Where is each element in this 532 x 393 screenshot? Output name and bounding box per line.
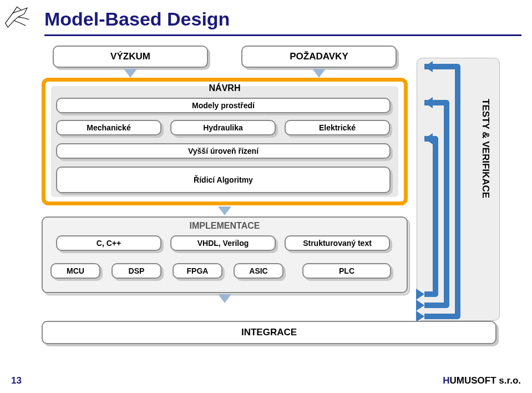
- svg-marker-1: [424, 97, 433, 108]
- title-rule: [44, 34, 521, 36]
- box-pozadavky: POŽADAVKY: [241, 46, 397, 68]
- svg-marker-4: [416, 300, 424, 311]
- svg-marker-5: [416, 289, 424, 300]
- footer-company: HUMUSOFT s.r.o.: [443, 375, 521, 386]
- box-modely: Modely prostředí: [56, 98, 391, 113]
- box-fpga: FPGA: [173, 263, 222, 279]
- page-number: 13: [11, 375, 22, 386]
- box-vyssi-uroven: Vyšší úroveň řízení: [56, 143, 391, 159]
- box-asic: ASIC: [234, 263, 283, 279]
- implementace-title: IMPLEMENTACE: [42, 221, 408, 231]
- diagram: TESTY & VERIFIKACE VÝZKUM POŽADAVKY NÁVR…: [36, 44, 499, 352]
- box-elektricke: Elektrické: [285, 120, 390, 135]
- box-integrace: INTEGRACE: [42, 321, 496, 344]
- svg-marker-2: [424, 133, 433, 144]
- page-title: Model-Based Design: [44, 8, 230, 30]
- box-vhdl: VHDL, Verilog: [170, 235, 276, 251]
- box-plc: PLC: [302, 263, 391, 279]
- box-dsp: DSP: [112, 263, 161, 279]
- arrow-down: [124, 69, 137, 78]
- box-vyzkum: VÝZKUM: [53, 46, 208, 68]
- box-ridici-algoritmy: Řídicí Algoritmy: [56, 167, 391, 193]
- box-mcu: MCU: [50, 263, 100, 279]
- svg-marker-3: [416, 311, 424, 322]
- arrow-down: [218, 294, 231, 303]
- navrh-title: NÁVRH: [42, 83, 408, 93]
- box-hydraulika: Hydraulika: [170, 120, 276, 135]
- box-ccpp: C, C++: [56, 235, 161, 251]
- box-stext: Strukturovaný text: [285, 235, 390, 251]
- arrow-down: [218, 206, 231, 215]
- box-mechanicke: Mechanické: [56, 120, 161, 135]
- svg-marker-0: [424, 61, 433, 72]
- logo-bird: [3, 3, 33, 33]
- arrow-down: [312, 69, 326, 78]
